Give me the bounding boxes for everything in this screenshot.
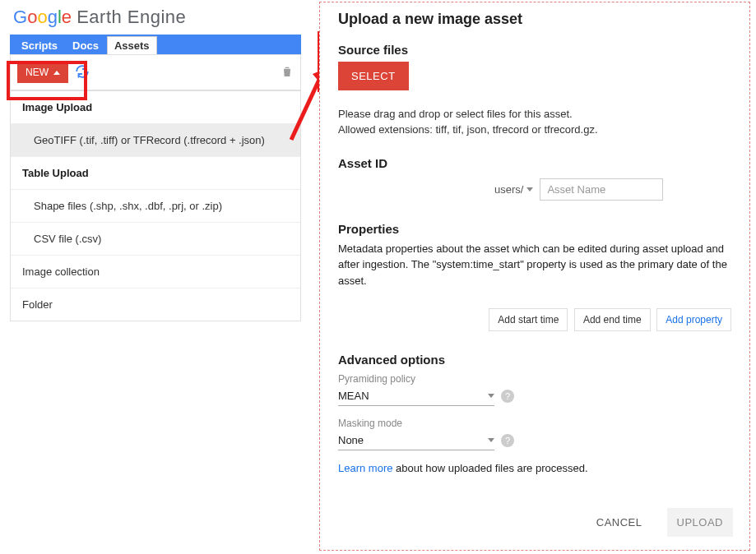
- masking-value: None: [338, 434, 364, 446]
- caret-up-icon: [53, 71, 60, 75]
- menu-item-shape[interactable]: Shape files (.shp, .shx, .dbf, .prj, or …: [11, 190, 300, 223]
- menu-item-csv[interactable]: CSV file (.csv): [11, 223, 300, 256]
- users-dropdown[interactable]: users/: [494, 183, 533, 196]
- allowed-text: Allowed extensions: tiff, tif, json, tfr…: [338, 122, 731, 138]
- upload-button[interactable]: UPLOAD: [667, 508, 733, 537]
- properties-label: Properties: [338, 222, 731, 236]
- masking-select[interactable]: None: [338, 431, 494, 450]
- refresh-icon[interactable]: [75, 64, 90, 81]
- chevron-down-icon: [488, 394, 494, 398]
- upload-dialog: Upload a new image asset Source files SE…: [319, 2, 750, 551]
- source-files-help: Please drag and drop or select files for…: [338, 107, 731, 138]
- pyramiding-select[interactable]: MEAN: [338, 386, 494, 406]
- tab-docs[interactable]: Docs: [66, 37, 105, 54]
- logo-text: Earth Engine: [77, 7, 186, 27]
- pyramiding-value: MEAN: [338, 390, 369, 402]
- new-button-label: NEW: [26, 67, 49, 78]
- new-asset-menu: Image Upload GeoTIFF (.tif, .tiff) or TF…: [10, 90, 301, 321]
- assets-toolbar: NEW: [10, 54, 301, 90]
- left-panel: Google Earth Engine Scripts Docs Assets …: [10, 2, 301, 321]
- chevron-down-icon: [526, 187, 533, 192]
- learn-more-rest: about how uploaded files are processed.: [392, 462, 587, 474]
- new-button[interactable]: NEW: [17, 62, 68, 83]
- masking-label: Masking mode: [338, 418, 731, 429]
- menu-item-geotiff[interactable]: GeoTIFF (.tif, .tiff) or TFRecord (.tfre…: [11, 124, 300, 157]
- trash-icon[interactable]: [281, 64, 294, 81]
- select-button[interactable]: SELECT: [338, 62, 409, 90]
- asset-name-input[interactable]: [540, 178, 663, 201]
- learn-more-link[interactable]: Learn more: [338, 462, 392, 474]
- asset-id-label: Asset ID: [338, 156, 731, 170]
- learn-more-line: Learn more about how uploaded files are …: [338, 462, 731, 474]
- advanced-options-label: Advanced options: [338, 353, 731, 367]
- tab-scripts[interactable]: Scripts: [15, 37, 64, 54]
- help-icon[interactable]: ?: [501, 390, 514, 403]
- cancel-button[interactable]: CANCEL: [587, 508, 652, 537]
- menu-header-image-upload: Image Upload: [11, 91, 300, 124]
- dialog-actions: CANCEL UPLOAD: [587, 508, 733, 537]
- help-icon[interactable]: ?: [501, 434, 514, 447]
- menu-item-image-collection[interactable]: Image collection: [11, 256, 300, 289]
- source-files-label: Source files: [338, 43, 731, 57]
- dialog-title: Upload a new image asset: [338, 11, 731, 28]
- asset-id-row: users/: [494, 178, 731, 201]
- add-property-button[interactable]: Add property: [656, 308, 731, 331]
- tab-assets[interactable]: Assets: [107, 36, 157, 54]
- menu-header-table-upload: Table Upload: [11, 157, 300, 190]
- logo: Google Earth Engine: [10, 2, 301, 35]
- drag-text: Please drag and drop or select files for…: [338, 107, 731, 122]
- pyramiding-label: Pyramiding policy: [338, 373, 731, 385]
- add-start-time-button[interactable]: Add start time: [489, 308, 568, 331]
- tabs: Scripts Docs Assets: [10, 35, 301, 54]
- properties-help: Metadata properties about the asset whic…: [338, 241, 731, 289]
- users-prefix: users/: [494, 183, 523, 196]
- menu-item-folder[interactable]: Folder: [11, 289, 300, 321]
- add-end-time-button[interactable]: Add end time: [574, 308, 651, 331]
- chevron-down-icon: [488, 438, 494, 442]
- property-buttons: Add start time Add end time Add property: [338, 308, 731, 331]
